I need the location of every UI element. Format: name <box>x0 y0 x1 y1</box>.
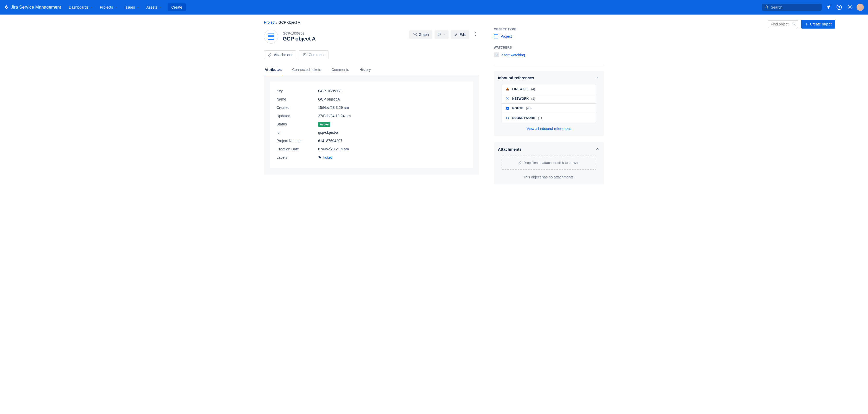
tab-connected-tickets[interactable]: Connected tickets <box>291 65 321 75</box>
global-search-input[interactable] <box>771 5 819 9</box>
object-title-block: GCP-1036808 GCP object A <box>264 30 316 44</box>
attribute-row: Project Number614187694297 <box>277 137 467 145</box>
ref-name: NETWORK <box>512 97 529 100</box>
attribute-label: Created <box>277 105 318 109</box>
attribute-label: Name <box>277 97 318 101</box>
main-content: Project / GCP object A GCP-1036808 GCP o… <box>264 14 479 191</box>
start-watching-link[interactable]: Start watching <box>502 53 525 57</box>
attachment-dropzone[interactable]: Drop files to attach, or click to browse <box>502 156 596 170</box>
search-icon <box>765 5 769 9</box>
attribute-row: Idgcp-object-a <box>277 128 467 137</box>
edit-button[interactable]: Edit <box>451 30 469 39</box>
attribute-value: gcp-object-a <box>318 130 467 134</box>
brand[interactable]: Jira Service Management <box>4 5 61 10</box>
attribute-label: Id <box>277 130 318 134</box>
avatar[interactable] <box>857 4 864 11</box>
svg-text:?: ? <box>838 5 840 9</box>
comment-button[interactable]: Comment <box>299 51 329 59</box>
chevron-up-icon[interactable] <box>595 147 600 152</box>
route-icon <box>505 106 509 110</box>
breadcrumb: Project / GCP object A <box>264 20 300 24</box>
more-vertical-icon <box>473 32 478 36</box>
svg-rect-17 <box>506 89 508 90</box>
ref-name: SUBNETWORK <box>512 116 535 120</box>
object-name: GCP object A <box>283 36 316 42</box>
jira-icon <box>4 5 9 10</box>
comment-icon <box>303 53 307 57</box>
inbound-ref-item[interactable]: NETWORK (1) <box>502 94 596 104</box>
inbound-ref-item[interactable]: SUBNETWORK (1) <box>502 113 596 123</box>
svg-point-13 <box>475 35 476 36</box>
view-all-inbound-link[interactable]: View all inbound references <box>498 126 600 131</box>
attachment-icon <box>518 161 522 165</box>
attributes-panel: KeyGCP-1036808NameGCP object ACreated15/… <box>264 75 479 174</box>
ref-name: ROUTE <box>512 106 523 110</box>
firewall-icon <box>505 87 509 91</box>
graph-button[interactable]: Graph <box>409 30 432 39</box>
attribute-row: Created15/Nov/23 3:29 am <box>277 103 467 112</box>
tag-icon <box>318 156 322 159</box>
brand-text: Jira Service Management <box>11 5 61 10</box>
object-key: GCP-1036808 <box>283 31 316 35</box>
no-attachments-text: This object has no attachments. <box>498 175 600 179</box>
svg-point-7 <box>416 35 416 36</box>
attribute-value: Active <box>318 122 467 126</box>
attachment-icon <box>268 53 272 57</box>
inbound-references-panel: Inbound references FIREWALL (4)NETWORK (… <box>494 71 604 136</box>
svg-rect-10 <box>438 35 440 36</box>
attribute-row: StatusActive <box>277 120 467 128</box>
create-button[interactable]: Create <box>167 3 186 11</box>
attribute-label: Key <box>277 89 318 93</box>
attribute-row: Updated27/Feb/24 12:24 am <box>277 112 467 120</box>
nav-issues[interactable]: Issues <box>122 4 143 11</box>
subnetwork-icon <box>505 116 509 120</box>
tab-comments[interactable]: Comments <box>331 65 349 75</box>
attribute-value: GCP-1036808 <box>318 89 467 93</box>
svg-point-3 <box>849 6 851 8</box>
create-object-button[interactable]: Create object <box>801 20 835 29</box>
attribute-label: Labels <box>277 155 318 160</box>
attribute-label: Status <box>277 122 318 126</box>
help-icon[interactable]: ? <box>835 3 844 12</box>
nav-projects[interactable]: Projects <box>97 4 121 11</box>
svg-point-0 <box>765 6 768 8</box>
svg-point-16 <box>793 23 795 25</box>
ref-count: (1) <box>538 116 542 120</box>
global-search[interactable] <box>762 4 822 11</box>
attribute-value: 27/Feb/24 12:24 am <box>318 114 467 118</box>
settings-icon[interactable] <box>846 3 855 12</box>
breadcrumb-project[interactable]: Project <box>264 20 276 24</box>
attribute-row: Labelsticket <box>277 153 467 162</box>
attribute-label: Creation Date <box>277 147 318 151</box>
nav-items: Dashboards Projects Issues Assets Create <box>66 3 186 11</box>
notifications-icon[interactable] <box>824 3 833 12</box>
tab-history[interactable]: History <box>359 65 371 75</box>
object-type-link[interactable]: Project <box>494 34 604 38</box>
tabs: Attributes Connected tickets Comments Hi… <box>264 65 479 75</box>
svg-rect-18 <box>506 90 508 90</box>
attachments-heading: Attachments <box>498 147 522 152</box>
chevron-up-icon[interactable] <box>595 75 600 80</box>
inbound-heading: Inbound references <box>498 75 534 80</box>
label-chip[interactable]: ticket <box>318 155 332 159</box>
top-navigation: Jira Service Management Dashboards Proje… <box>0 0 868 14</box>
attribute-value: 15/Nov/23 3:29 am <box>318 105 467 109</box>
inbound-ref-item[interactable]: FIREWALL (4) <box>502 85 596 94</box>
watchers-heading: WATCHERS <box>494 46 604 49</box>
plus-icon <box>805 22 808 26</box>
pencil-icon <box>454 33 458 36</box>
svg-rect-14 <box>303 54 306 56</box>
status-badge: Active <box>318 122 330 127</box>
nav-assets[interactable]: Assets <box>144 4 165 11</box>
inbound-ref-item[interactable]: ROUTE (40) <box>502 104 596 113</box>
print-button[interactable] <box>435 30 448 39</box>
more-button[interactable] <box>471 30 479 39</box>
attribute-label: Updated <box>277 114 318 118</box>
print-icon <box>437 32 441 37</box>
attachment-button[interactable]: Attachment <box>264 51 296 59</box>
chevron-down-icon <box>89 5 94 9</box>
watchers-count: 0 <box>494 53 499 57</box>
nav-dashboards[interactable]: Dashboards <box>66 4 96 11</box>
ref-count: (1) <box>531 97 535 100</box>
tab-attributes[interactable]: Attributes <box>264 65 282 75</box>
